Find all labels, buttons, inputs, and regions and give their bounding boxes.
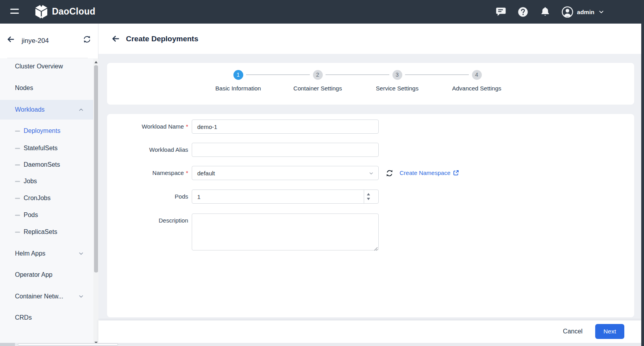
next-button[interactable]: Next — [595, 324, 624, 339]
chevron-down-icon — [598, 9, 605, 15]
chevron-down-icon — [78, 293, 84, 300]
increment-arrow-icon[interactable] — [367, 193, 370, 195]
cancel-button[interactable]: Cancel — [557, 324, 588, 339]
pods-stepper[interactable] — [364, 190, 372, 203]
workload-alias-input[interactable] — [192, 143, 379, 157]
step-label: Basic Information — [199, 85, 278, 92]
scroll-up-arrow[interactable] — [94, 61, 98, 63]
chevron-down-icon — [78, 250, 84, 257]
step-label: Service Settings — [358, 85, 437, 92]
sidebar-item-daemonsets[interactable]: DaemonSets — [0, 157, 93, 173]
chat-icon[interactable] — [495, 6, 507, 18]
step-service-settings[interactable]: 3 Service Settings — [358, 70, 437, 92]
dash-bullet-icon — [15, 148, 20, 149]
topbar-actions: admin — [495, 0, 605, 24]
cluster-back-icon[interactable] — [6, 35, 15, 44]
step-advanced-settings[interactable]: 4 Advanced Settings — [437, 70, 516, 92]
step-label: Container Settings — [278, 85, 357, 92]
horizontal-scrollbar-thumb[interactable] — [18, 343, 118, 346]
page-title: Create Deployments — [126, 24, 198, 54]
divider — [7, 58, 88, 58]
namespace-selected-value: default — [197, 170, 215, 177]
namespace-select[interactable]: default — [192, 166, 379, 180]
sidebar-item-nodes[interactable]: Nodes — [0, 80, 93, 96]
external-link-icon — [453, 167, 459, 173]
sidebar-item-pods[interactable]: Pods — [0, 207, 93, 223]
hamburger-menu-icon[interactable] — [10, 9, 19, 15]
cluster-name: jinye-204 — [22, 24, 49, 58]
step-number: 4 — [472, 70, 482, 80]
resize-grip-icon[interactable] — [374, 245, 378, 249]
page-back-icon[interactable] — [111, 34, 120, 43]
brand-logo[interactable]: DaoCloud — [35, 4, 95, 19]
step-container-settings[interactable]: 2 Container Settings — [278, 70, 357, 92]
pods-label: Pods — [107, 190, 188, 204]
required-mark: * — [186, 169, 188, 176]
stepper-card: 1 Basic Information 2 Container Settings… — [107, 63, 634, 105]
sidebar-item-crds[interactable]: CRDs — [0, 310, 93, 326]
pods-input[interactable] — [192, 190, 379, 204]
create-namespace-link[interactable]: Create Namespace — [400, 166, 459, 180]
basic-information-form: Workload Name* Workload Alias Namespace*… — [107, 114, 634, 317]
username: admin — [577, 9, 594, 15]
background-window-edge — [641, 0, 644, 346]
dash-bullet-icon — [15, 164, 20, 166]
brand-name: DaoCloud — [52, 6, 95, 17]
sidebar: jinye-204 Cluster Overview Nodes Workloa… — [0, 24, 98, 346]
dash-bullet-icon — [15, 198, 20, 199]
sidebar-item-operator-app[interactable]: Operator App — [0, 267, 93, 283]
decrement-arrow-icon[interactable] — [367, 198, 370, 200]
sidebar-item-cronjobs[interactable]: CronJobs — [0, 190, 93, 206]
dash-bullet-icon — [15, 232, 20, 233]
user-menu[interactable]: admin — [561, 6, 605, 18]
workload-name-input[interactable] — [192, 120, 379, 134]
dash-bullet-icon — [15, 215, 20, 216]
dash-bullet-icon — [15, 131, 20, 132]
chevron-down-icon — [368, 171, 374, 176]
dash-bullet-icon — [15, 181, 20, 182]
top-navbar: DaoCloud admin — [0, 0, 644, 24]
description-label: Description — [107, 213, 188, 228]
namespace-label: Namespace* — [107, 166, 188, 180]
bell-icon[interactable] — [539, 6, 551, 18]
page-header: Create Deployments — [98, 24, 641, 54]
sidebar-item-helm-apps[interactable]: Helm Apps — [0, 246, 93, 261]
chevron-up-icon — [78, 107, 84, 113]
step-basic-information[interactable]: 1 Basic Information — [199, 70, 278, 92]
cluster-header: jinye-204 — [0, 24, 98, 58]
workload-alias-label: Workload Alias — [107, 143, 188, 157]
sidebar-item-workloads[interactable]: Workloads — [0, 100, 93, 120]
help-icon[interactable] — [517, 6, 529, 18]
daocloud-cube-icon — [35, 4, 48, 19]
avatar-icon — [561, 6, 574, 18]
sidebar-item-replicasets[interactable]: ReplicaSets — [0, 224, 93, 240]
sidebar-item-jobs[interactable]: Jobs — [0, 173, 93, 189]
sidebar-scrollbar[interactable] — [93, 59, 98, 346]
step-number: 3 — [392, 70, 402, 80]
required-mark: * — [186, 123, 188, 130]
sidebar-item-cluster-overview[interactable]: Cluster Overview — [0, 59, 93, 74]
wizard-footer: Cancel Next — [98, 320, 641, 343]
step-label: Advanced Settings — [437, 85, 516, 92]
scrollbar-thumb[interactable] — [94, 65, 98, 272]
refresh-namespaces-icon[interactable] — [385, 169, 394, 177]
step-number: 1 — [233, 70, 243, 80]
sidebar-item-container-network[interactable]: Container Netw... — [0, 289, 93, 304]
sidebar-item-statefulsets[interactable]: StatefulSets — [0, 140, 93, 156]
switch-cluster-icon[interactable] — [83, 35, 91, 44]
description-textarea[interactable] — [192, 213, 379, 250]
workload-name-label: Workload Name* — [107, 120, 188, 134]
app-window: DaoCloud admin jinye-204 Cluster Overvie… — [0, 0, 644, 346]
horizontal-scrollbar[interactable] — [0, 343, 641, 346]
step-number: 2 — [313, 70, 323, 80]
sidebar-item-deployments[interactable]: Deployments — [0, 123, 93, 139]
scrollbar-corner — [0, 343, 15, 346]
